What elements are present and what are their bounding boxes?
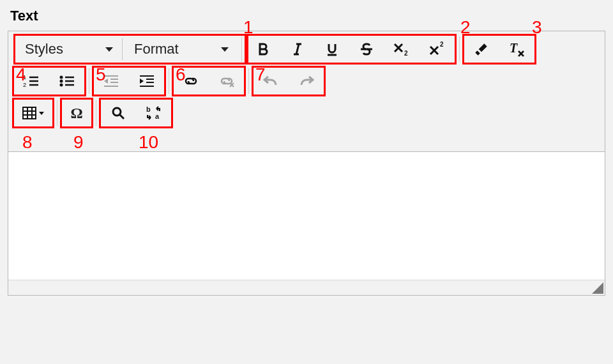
svg-line-33 xyxy=(230,83,234,87)
svg-rect-35 xyxy=(23,107,36,119)
toolbar-row-2: 4 12 5 xyxy=(13,67,600,95)
link-button[interactable] xyxy=(173,67,209,95)
styles-format-group: Styles Format xyxy=(13,35,238,63)
separator xyxy=(169,68,169,94)
link-group: 6 xyxy=(173,67,245,95)
toolbar-row-1: Styles Format 1 xyxy=(13,35,600,63)
text-style-group: 2 2 xyxy=(246,35,455,63)
undo-icon xyxy=(263,75,278,87)
indent-button[interactable] xyxy=(129,67,165,95)
toolbar-row-3: 8 Ω 9 ba 10 xyxy=(13,99,600,127)
separator xyxy=(89,68,89,94)
replace-icon: ba xyxy=(146,106,162,120)
format-dropdown[interactable]: Format xyxy=(123,35,238,63)
styles-dropdown[interactable]: Styles xyxy=(13,35,122,63)
separator xyxy=(57,100,57,126)
svg-text:a: a xyxy=(155,112,160,120)
bullet-list-icon xyxy=(59,74,75,88)
omega-icon: Ω xyxy=(70,105,82,122)
section-title: Text xyxy=(10,8,605,24)
strikethrough-button[interactable] xyxy=(349,35,384,63)
underline-button[interactable] xyxy=(315,35,349,63)
remove-format-icon: T xyxy=(508,41,526,57)
remove-format-button[interactable]: T xyxy=(499,35,535,63)
bold-button[interactable] xyxy=(246,35,280,63)
italic-button[interactable] xyxy=(280,35,315,63)
bold-icon xyxy=(255,42,271,57)
separator xyxy=(459,36,460,62)
strikethrough-icon xyxy=(358,42,375,57)
svg-line-41 xyxy=(120,115,124,119)
outdent-icon xyxy=(103,74,119,88)
outdent-button[interactable] xyxy=(93,67,129,95)
superscript-icon: 2 xyxy=(428,42,446,57)
svg-line-6 xyxy=(395,44,402,52)
bullet-list-button[interactable] xyxy=(49,67,85,95)
rich-text-editor: Styles Format 1 xyxy=(8,31,605,296)
svg-line-13 xyxy=(518,51,524,56)
copy-formatting-button[interactable] xyxy=(464,35,499,63)
numbered-list-button[interactable]: 12 xyxy=(13,67,49,95)
svg-text:2: 2 xyxy=(404,50,408,57)
svg-text:2: 2 xyxy=(440,42,444,48)
undo-button[interactable] xyxy=(253,67,289,95)
chevron-down-icon xyxy=(105,47,113,52)
undo-redo-group: 7 xyxy=(253,67,324,95)
chevron-down-icon xyxy=(221,47,229,52)
find-button[interactable] xyxy=(100,99,136,127)
svg-text:2: 2 xyxy=(23,82,26,88)
svg-text:1: 1 xyxy=(23,74,26,80)
separator xyxy=(96,100,96,126)
superscript-button[interactable]: 2 xyxy=(420,35,455,63)
subscript-icon: 2 xyxy=(393,42,411,57)
svg-point-40 xyxy=(113,108,121,116)
numbered-list-icon: 12 xyxy=(23,74,40,88)
svg-point-19 xyxy=(60,76,63,79)
replace-button[interactable]: ba xyxy=(136,99,172,127)
editor-content-area[interactable] xyxy=(8,152,605,280)
redo-icon xyxy=(299,75,314,87)
special-char-group: Ω xyxy=(61,99,92,127)
svg-point-20 xyxy=(60,80,63,83)
separator xyxy=(248,68,249,94)
indent-group: 5 xyxy=(93,67,165,95)
unlink-icon xyxy=(218,74,235,88)
chevron-down-icon xyxy=(39,112,44,115)
list-group: 4 12 xyxy=(13,67,85,95)
link-icon xyxy=(183,74,199,88)
svg-text:b: b xyxy=(146,106,151,113)
italic-icon xyxy=(290,42,305,57)
svg-line-34 xyxy=(230,83,234,87)
svg-line-2 xyxy=(296,44,299,54)
svg-line-8 xyxy=(430,47,438,54)
editor-footer xyxy=(8,280,605,295)
svg-point-21 xyxy=(60,84,63,87)
svg-line-9 xyxy=(430,47,438,54)
underline-icon xyxy=(324,42,340,57)
separator xyxy=(241,36,242,62)
format-tools-group: T xyxy=(464,35,535,63)
table-icon xyxy=(22,107,36,119)
editor-toolbar: Styles Format 1 xyxy=(8,31,605,152)
svg-line-5 xyxy=(395,44,402,52)
table-group xyxy=(13,99,53,127)
subscript-button[interactable]: 2 xyxy=(384,35,420,63)
indent-icon xyxy=(139,74,155,88)
search-icon xyxy=(111,106,125,120)
unlink-button[interactable] xyxy=(209,67,245,95)
insert-table-button[interactable] xyxy=(13,99,53,127)
format-dropdown-label: Format xyxy=(134,41,179,57)
paint-brush-icon xyxy=(473,41,490,57)
special-char-button[interactable]: Ω xyxy=(61,99,92,127)
resize-handle[interactable] xyxy=(592,282,603,294)
find-replace-group: ba xyxy=(100,99,172,127)
svg-line-12 xyxy=(518,51,524,56)
redo-button[interactable] xyxy=(289,67,324,95)
styles-dropdown-label: Styles xyxy=(25,41,63,57)
svg-text:T: T xyxy=(510,41,518,55)
